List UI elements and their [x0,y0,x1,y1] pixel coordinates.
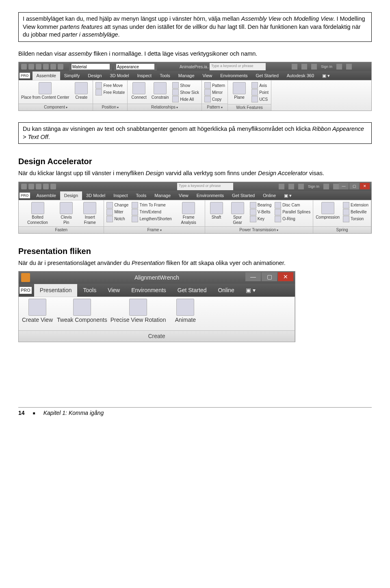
tab-presentation[interactable]: Presentation [34,284,78,297]
panel-label[interactable]: Power Transmission [205,226,313,233]
qat-icon[interactable] [43,64,49,69]
cmd-notch[interactable]: Notch [106,216,128,222]
minimize-button[interactable]: — [339,183,349,189]
tab-manage[interactable]: Manage [174,72,199,80]
maximize-button[interactable]: ▢ [262,272,277,281]
tab-assemble[interactable]: Assemble [32,191,60,200]
signin-link[interactable]: Sign In [308,184,319,189]
cmd-compression[interactable]: Compression [316,202,340,220]
cmd-vbelts[interactable]: V-Belts [250,209,271,215]
tab-get-started[interactable]: Get Started [172,284,212,297]
tab-view[interactable]: View [199,72,217,80]
material-input[interactable] [72,64,110,69]
quick-access-toolbar[interactable] [19,184,58,189]
tab-inspect[interactable]: Inspect [109,191,132,200]
maximize-button[interactable]: ▢ [349,183,359,189]
binoculars-icon[interactable] [292,64,297,69]
tab-tools[interactable]: Tools [132,191,151,200]
cmd-bearing[interactable]: Bearing [250,202,271,208]
cmd-create[interactable]: Create [72,82,90,100]
tab-3d-model[interactable]: 3D Model [106,72,133,80]
panel-label[interactable]: Pattern [202,104,228,111]
cmd-hide-all[interactable]: Hide All [172,96,199,102]
close-button[interactable]: ✕ [360,183,370,189]
cmd-trim-to-frame[interactable]: Trim To Frame [132,202,172,208]
cmd-ucs[interactable]: UCS [251,96,269,102]
tab-design[interactable]: Design [60,191,82,200]
qat-icon[interactable] [36,64,41,69]
search-input[interactable]: Type a keyword or phrase [210,63,266,70]
tab-get-started[interactable]: Get Started [228,191,259,200]
tab-overflow-icon[interactable]: ▣ ▾ [318,72,334,80]
user-icon[interactable] [311,64,317,69]
tab-3d-model[interactable]: 3D Model [82,191,109,200]
cmd-connect[interactable]: Connect [130,82,148,100]
cmd-miter[interactable]: Miter [106,209,128,215]
tab-view[interactable]: View [102,284,126,297]
app-icon[interactable] [21,273,30,282]
cmd-key[interactable]: Key [250,216,271,222]
tab-manage[interactable]: Manage [150,191,175,200]
panel-label[interactable]: Position [93,104,127,111]
cmd-oring[interactable]: O-Ring [275,216,310,222]
cmd-belleville[interactable]: Belleville [343,209,368,215]
cmd-tweak-components[interactable]: Tweak Components [57,299,107,324]
tab-design[interactable]: Design [84,72,106,80]
user-icon[interactable] [298,184,304,189]
cmd-free-rotate[interactable]: Free Rotate [95,89,125,95]
qat-icon[interactable] [36,184,41,189]
tab-assemble[interactable]: Assemble [32,72,60,80]
region-icon[interactable] [336,64,342,69]
tab-environments[interactable]: Environments [126,284,172,297]
cmd-frame-analysis[interactable]: Frame Analysis [175,202,202,226]
app-icon[interactable] [21,64,27,69]
cmd-spur-gear[interactable]: Spur Gear [229,202,247,226]
cmd-bolted-connection[interactable]: Bolted Connection [21,202,54,226]
qat-icon[interactable] [50,64,56,69]
tab-online[interactable]: Online [259,191,280,200]
tab-overflow-icon[interactable]: ▣ ▾ [280,191,296,200]
qat-icon[interactable] [28,184,34,189]
panel-label[interactable]: Relationships [128,104,202,111]
cmd-place-from-content-center[interactable]: Place from Content Center [21,82,69,100]
tab-environments[interactable]: Environments [193,191,228,200]
cmd-parallel-splines[interactable]: Parallel Splines [275,209,310,215]
cmd-point[interactable]: Point [251,89,269,95]
qat-icon[interactable] [43,184,49,189]
cmd-extension[interactable]: Extension [343,202,368,208]
region-icon[interactable] [323,184,329,189]
cmd-shaft[interactable]: Shaft [208,202,225,220]
cmd-precise-view-rotation[interactable]: Precise View Rotation [110,299,166,324]
help-icon[interactable] [333,184,339,189]
cmd-lengthen-shorten[interactable]: Lengthen/Shorten [132,216,172,222]
tab-get-started[interactable]: Get Started [252,72,283,80]
cmd-free-move[interactable]: Free Move [95,82,125,89]
cmd-create-view[interactable]: Create View [21,299,54,324]
cmd-change[interactable]: Change [106,202,128,208]
minimize-button[interactable]: — [245,272,261,281]
quick-access-toolbar[interactable] [19,273,32,282]
panel-label[interactable]: Frame [104,226,204,233]
help-icon[interactable] [346,64,352,69]
tab-view[interactable]: View [175,191,193,200]
tab-tools[interactable]: Tools [156,72,174,80]
tab-environments[interactable]: Environments [216,72,251,80]
signin-link[interactable]: Sign In [321,64,332,69]
qat-icon[interactable] [28,64,34,69]
cmd-torsion[interactable]: Torsion [343,216,368,222]
cmd-disc-cam[interactable]: Disc Cam [275,202,310,208]
qat-icon[interactable] [50,184,56,189]
cmd-axis[interactable]: Axis [251,82,269,89]
star-icon[interactable] [301,64,307,69]
cmd-plane[interactable]: Plane [230,82,248,100]
quick-access-toolbar[interactable] [19,64,66,69]
cmd-constrain[interactable]: Constrain [151,82,169,100]
app-icon[interactable] [21,184,27,189]
search-input[interactable]: Type a keyword or phrase [177,183,233,190]
cmd-insert-frame[interactable]: Insert Frame [78,202,101,226]
tab-overflow-icon[interactable]: ▣ ▾ [240,284,261,297]
cmd-trim-extend[interactable]: Trim/Extend [132,209,172,215]
cmd-animate[interactable]: Animate [169,299,202,324]
tab-inspect[interactable]: Inspect [133,72,156,80]
cmd-mirror[interactable]: Mirror [204,89,225,95]
